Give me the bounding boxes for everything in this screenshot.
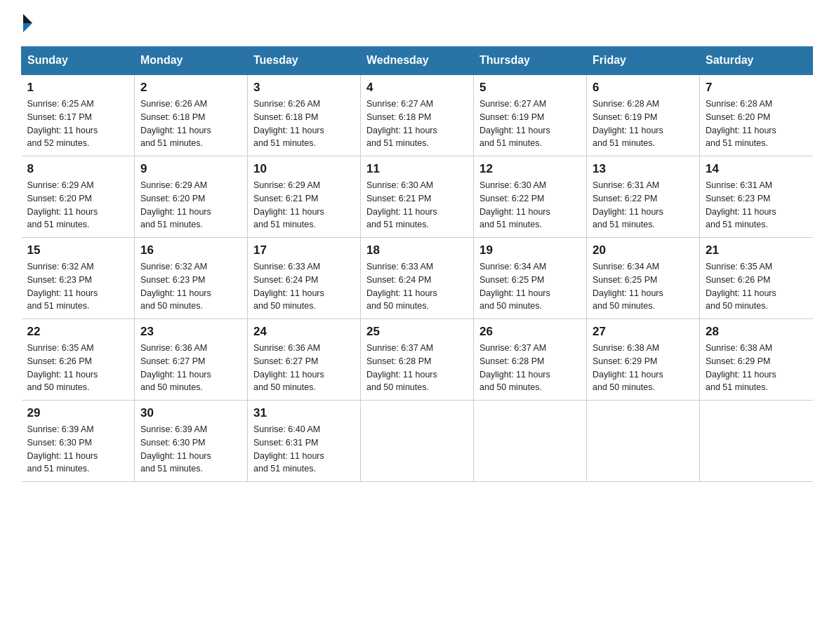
calendar-cell: 28Sunrise: 6:38 AMSunset: 6:29 PMDayligh… bbox=[700, 319, 813, 401]
day-number: 30 bbox=[140, 406, 241, 420]
calendar-cell bbox=[361, 401, 474, 482]
weekday-header-sunday: Sunday bbox=[22, 47, 135, 75]
calendar-week-row: 22Sunrise: 6:35 AMSunset: 6:26 PMDayligh… bbox=[22, 319, 813, 401]
day-info: Sunrise: 6:31 AMSunset: 6:23 PMDaylight:… bbox=[706, 179, 807, 232]
day-number: 28 bbox=[706, 325, 807, 339]
weekday-header-wednesday: Wednesday bbox=[361, 47, 474, 75]
weekday-header-tuesday: Tuesday bbox=[248, 47, 361, 75]
day-number: 14 bbox=[706, 162, 807, 176]
day-number: 9 bbox=[140, 162, 241, 176]
day-number: 23 bbox=[140, 325, 241, 339]
day-number: 31 bbox=[253, 406, 355, 420]
day-info: Sunrise: 6:36 AMSunset: 6:27 PMDaylight:… bbox=[253, 342, 355, 394]
calendar-cell: 31Sunrise: 6:40 AMSunset: 6:31 PMDayligh… bbox=[248, 401, 361, 482]
day-number: 13 bbox=[593, 162, 694, 176]
day-number: 26 bbox=[479, 325, 581, 339]
day-info: Sunrise: 6:27 AMSunset: 6:19 PMDaylight:… bbox=[479, 98, 581, 150]
day-number: 25 bbox=[366, 325, 468, 339]
day-info: Sunrise: 6:39 AMSunset: 6:30 PMDaylight:… bbox=[140, 423, 241, 476]
weekday-header-friday: Friday bbox=[587, 47, 700, 75]
calendar-cell: 5Sunrise: 6:27 AMSunset: 6:19 PMDaylight… bbox=[474, 74, 587, 156]
calendar-cell bbox=[587, 401, 700, 482]
day-number: 11 bbox=[366, 162, 468, 176]
day-info: Sunrise: 6:29 AMSunset: 6:20 PMDaylight:… bbox=[140, 179, 241, 232]
day-number: 4 bbox=[366, 81, 468, 95]
calendar-cell: 26Sunrise: 6:37 AMSunset: 6:28 PMDayligh… bbox=[474, 319, 587, 401]
calendar-cell: 11Sunrise: 6:30 AMSunset: 6:21 PMDayligh… bbox=[361, 156, 474, 238]
day-info: Sunrise: 6:28 AMSunset: 6:20 PMDaylight:… bbox=[706, 98, 807, 150]
weekday-header-monday: Monday bbox=[135, 47, 248, 75]
day-info: Sunrise: 6:32 AMSunset: 6:23 PMDaylight:… bbox=[140, 260, 241, 313]
day-info: Sunrise: 6:35 AMSunset: 6:26 PMDaylight:… bbox=[27, 342, 129, 394]
logo bbox=[21, 14, 32, 32]
calendar-cell: 7Sunrise: 6:28 AMSunset: 6:20 PMDaylight… bbox=[700, 74, 813, 156]
calendar-week-row: 8Sunrise: 6:29 AMSunset: 6:20 PMDaylight… bbox=[22, 156, 813, 238]
calendar-cell: 14Sunrise: 6:31 AMSunset: 6:23 PMDayligh… bbox=[700, 156, 813, 238]
day-info: Sunrise: 6:33 AMSunset: 6:24 PMDaylight:… bbox=[366, 260, 468, 313]
day-info: Sunrise: 6:39 AMSunset: 6:30 PMDaylight:… bbox=[27, 423, 129, 476]
calendar-cell: 15Sunrise: 6:32 AMSunset: 6:23 PMDayligh… bbox=[22, 238, 135, 319]
day-info: Sunrise: 6:33 AMSunset: 6:24 PMDaylight:… bbox=[253, 260, 355, 313]
calendar-cell: 22Sunrise: 6:35 AMSunset: 6:26 PMDayligh… bbox=[22, 319, 135, 401]
calendar-cell: 12Sunrise: 6:30 AMSunset: 6:22 PMDayligh… bbox=[474, 156, 587, 238]
day-number: 17 bbox=[253, 243, 355, 257]
day-info: Sunrise: 6:34 AMSunset: 6:25 PMDaylight:… bbox=[479, 260, 581, 313]
calendar-cell: 27Sunrise: 6:38 AMSunset: 6:29 PMDayligh… bbox=[587, 319, 700, 401]
day-number: 21 bbox=[706, 243, 807, 257]
weekday-header-thursday: Thursday bbox=[474, 47, 587, 75]
calendar-cell bbox=[474, 401, 587, 482]
calendar-cell: 9Sunrise: 6:29 AMSunset: 6:20 PMDaylight… bbox=[135, 156, 248, 238]
calendar-cell: 24Sunrise: 6:36 AMSunset: 6:27 PMDayligh… bbox=[248, 319, 361, 401]
day-info: Sunrise: 6:29 AMSunset: 6:21 PMDaylight:… bbox=[253, 179, 355, 232]
calendar-cell: 4Sunrise: 6:27 AMSunset: 6:18 PMDaylight… bbox=[361, 74, 474, 156]
day-info: Sunrise: 6:34 AMSunset: 6:25 PMDaylight:… bbox=[593, 260, 694, 313]
day-info: Sunrise: 6:26 AMSunset: 6:18 PMDaylight:… bbox=[140, 98, 241, 150]
calendar-cell bbox=[700, 401, 813, 482]
day-number: 24 bbox=[253, 325, 355, 339]
calendar-cell: 23Sunrise: 6:36 AMSunset: 6:27 PMDayligh… bbox=[135, 319, 248, 401]
day-number: 2 bbox=[140, 81, 241, 95]
calendar-cell: 16Sunrise: 6:32 AMSunset: 6:23 PMDayligh… bbox=[135, 238, 248, 319]
day-number: 1 bbox=[27, 81, 129, 95]
calendar-cell: 2Sunrise: 6:26 AMSunset: 6:18 PMDaylight… bbox=[135, 74, 248, 156]
day-number: 7 bbox=[706, 81, 807, 95]
day-number: 5 bbox=[479, 81, 581, 95]
day-info: Sunrise: 6:37 AMSunset: 6:28 PMDaylight:… bbox=[366, 342, 468, 394]
day-info: Sunrise: 6:30 AMSunset: 6:21 PMDaylight:… bbox=[366, 179, 468, 232]
calendar-cell: 19Sunrise: 6:34 AMSunset: 6:25 PMDayligh… bbox=[474, 238, 587, 319]
day-number: 27 bbox=[593, 325, 694, 339]
day-info: Sunrise: 6:35 AMSunset: 6:26 PMDaylight:… bbox=[706, 260, 807, 313]
day-info: Sunrise: 6:40 AMSunset: 6:31 PMDaylight:… bbox=[253, 423, 355, 476]
calendar-cell: 25Sunrise: 6:37 AMSunset: 6:28 PMDayligh… bbox=[361, 319, 474, 401]
calendar-cell: 21Sunrise: 6:35 AMSunset: 6:26 PMDayligh… bbox=[700, 238, 813, 319]
day-info: Sunrise: 6:29 AMSunset: 6:20 PMDaylight:… bbox=[27, 179, 129, 232]
weekday-header-saturday: Saturday bbox=[700, 47, 813, 75]
calendar-cell: 1Sunrise: 6:25 AMSunset: 6:17 PMDaylight… bbox=[22, 74, 135, 156]
day-number: 18 bbox=[366, 243, 468, 257]
day-info: Sunrise: 6:36 AMSunset: 6:27 PMDaylight:… bbox=[140, 342, 241, 394]
calendar-table: SundayMondayTuesdayWednesdayThursdayFrid… bbox=[21, 46, 813, 482]
calendar-cell: 13Sunrise: 6:31 AMSunset: 6:22 PMDayligh… bbox=[587, 156, 700, 238]
calendar-week-row: 1Sunrise: 6:25 AMSunset: 6:17 PMDaylight… bbox=[22, 74, 813, 156]
calendar-cell: 30Sunrise: 6:39 AMSunset: 6:30 PMDayligh… bbox=[135, 401, 248, 482]
day-number: 10 bbox=[253, 162, 355, 176]
day-number: 8 bbox=[27, 162, 129, 176]
calendar-week-row: 29Sunrise: 6:39 AMSunset: 6:30 PMDayligh… bbox=[22, 401, 813, 482]
calendar-week-row: 15Sunrise: 6:32 AMSunset: 6:23 PMDayligh… bbox=[22, 238, 813, 319]
calendar-cell: 17Sunrise: 6:33 AMSunset: 6:24 PMDayligh… bbox=[248, 238, 361, 319]
day-info: Sunrise: 6:26 AMSunset: 6:18 PMDaylight:… bbox=[253, 98, 355, 150]
day-number: 19 bbox=[479, 243, 581, 257]
day-number: 15 bbox=[27, 243, 129, 257]
page-header bbox=[21, 14, 813, 32]
day-info: Sunrise: 6:38 AMSunset: 6:29 PMDaylight:… bbox=[706, 342, 807, 394]
day-number: 12 bbox=[479, 162, 581, 176]
day-number: 6 bbox=[593, 81, 694, 95]
day-number: 22 bbox=[27, 325, 129, 339]
day-info: Sunrise: 6:31 AMSunset: 6:22 PMDaylight:… bbox=[593, 179, 694, 232]
calendar-cell: 29Sunrise: 6:39 AMSunset: 6:30 PMDayligh… bbox=[22, 401, 135, 482]
calendar-cell: 6Sunrise: 6:28 AMSunset: 6:19 PMDaylight… bbox=[587, 74, 700, 156]
calendar-cell: 8Sunrise: 6:29 AMSunset: 6:20 PMDaylight… bbox=[22, 156, 135, 238]
calendar-cell: 20Sunrise: 6:34 AMSunset: 6:25 PMDayligh… bbox=[587, 238, 700, 319]
day-info: Sunrise: 6:30 AMSunset: 6:22 PMDaylight:… bbox=[479, 179, 581, 232]
day-info: Sunrise: 6:28 AMSunset: 6:19 PMDaylight:… bbox=[593, 98, 694, 150]
